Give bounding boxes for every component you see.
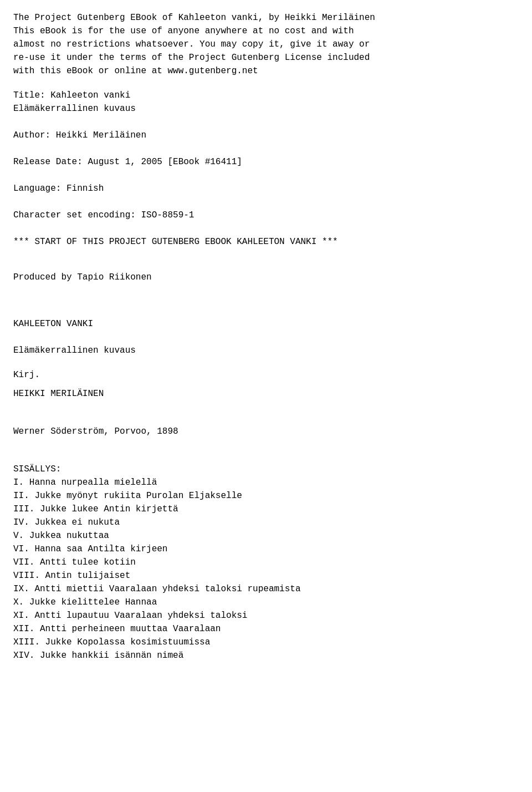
blank5 bbox=[13, 222, 519, 235]
contents-item-5: V. Jukkea nukuttaa bbox=[13, 529, 519, 542]
start-marker: *** START OF THIS PROJECT GUTENBERG EBOO… bbox=[13, 235, 519, 248]
contents-item-13: XIII. Jukke Kopolassa kosimistuumissa bbox=[13, 636, 519, 649]
book-title-blank bbox=[13, 331, 519, 344]
contents-item-8: VIII. Antin tulijaiset bbox=[13, 569, 519, 582]
header-line1: The Project Gutenberg EBook of Kahleeton… bbox=[13, 11, 519, 24]
gutenberg-header: The Project Gutenberg EBook of Kahleeton… bbox=[13, 11, 519, 78]
blank4 bbox=[13, 195, 519, 209]
contents-item-4: IV. Jukkea ei nukuta bbox=[13, 516, 519, 529]
author-label: Author: Heikki Meriläinen bbox=[13, 129, 519, 142]
blank2 bbox=[13, 142, 519, 155]
author-text: HEIKKI MERILÄINEN bbox=[13, 387, 519, 400]
book-title-line1: KAHLEETON VANKI bbox=[13, 317, 519, 331]
header-line2: This eBook is for the use of anyone anyw… bbox=[13, 24, 519, 38]
contents-item-14: XIV. Jukke hankkii isännän nimeä bbox=[13, 649, 519, 662]
release-label: Release Date: August 1, 2005 [EBook #164… bbox=[13, 155, 519, 169]
publisher-section: Werner Söderström, Porvoo, 1898 bbox=[13, 412, 519, 438]
language-label: Language: Finnish bbox=[13, 182, 519, 195]
book-title-section: KAHLEETON VANKI Elämäkerrallinen kuvaus bbox=[13, 317, 519, 357]
charset-label: Character set encoding: ISO-8859-1 bbox=[13, 209, 519, 222]
page-container: The Project Gutenberg EBook of Kahleeton… bbox=[13, 11, 519, 662]
blank-before-publisher bbox=[13, 412, 519, 425]
metadata-section: Title: Kahleeton vanki Elämäkerrallinen … bbox=[13, 89, 519, 248]
header-line4: re-use it under the terms of the Project… bbox=[13, 51, 519, 64]
title-label: Title: Kahleeton vanki bbox=[13, 89, 519, 102]
author-section: HEIKKI MERILÄINEN bbox=[13, 387, 519, 400]
produced-text: Produced by Tapio Riikonen bbox=[13, 271, 519, 284]
contents-item-11: XI. Antti lupautuu Vaaralaan yhdeksi tal… bbox=[13, 609, 519, 622]
book-title-line3: Elämäkerrallinen kuvaus bbox=[13, 344, 519, 357]
contents-item-7: VII. Antti tulee kotiin bbox=[13, 556, 519, 569]
header-line5: with this eBook or online at www.gutenbe… bbox=[13, 64, 519, 78]
blank1 bbox=[13, 115, 519, 129]
produced-section: Produced by Tapio Riikonen bbox=[13, 271, 519, 284]
contents-item-10: X. Jukke kielittelee Hannaa bbox=[13, 596, 519, 609]
blank3 bbox=[13, 169, 519, 182]
contents-section: SISÄLLYS: I. Hanna nurpealla mielellä II… bbox=[13, 449, 519, 662]
kirj-section: Kirj. bbox=[13, 368, 519, 382]
contents-item-6: VI. Hanna saa Antilta kirjeen bbox=[13, 542, 519, 556]
contents-item-9: IX. Antti miettii Vaaralaan yhdeksi talo… bbox=[13, 582, 519, 596]
contents-item-2: II. Jukke myönyt rukiita Purolan Eljakse… bbox=[13, 489, 519, 502]
contents-header: SISÄLLYS: bbox=[13, 463, 519, 476]
header-line3: almost no restrictions whatsoever. You m… bbox=[13, 38, 519, 51]
title-sub: Elämäkerrallinen kuvaus bbox=[13, 102, 519, 115]
blank-before-contents bbox=[13, 449, 519, 463]
contents-item-1: I. Hanna nurpealla mielellä bbox=[13, 476, 519, 489]
contents-item-3: III. Jukke lukee Antin kirjettä bbox=[13, 502, 519, 516]
publisher-text: Werner Söderström, Porvoo, 1898 bbox=[13, 425, 519, 438]
contents-list: I. Hanna nurpealla mielellä II. Jukke my… bbox=[13, 476, 519, 662]
kirj-text: Kirj. bbox=[13, 368, 519, 382]
contents-item-12: XII. Antti perheineen muuttaa Vaaralaan bbox=[13, 622, 519, 636]
